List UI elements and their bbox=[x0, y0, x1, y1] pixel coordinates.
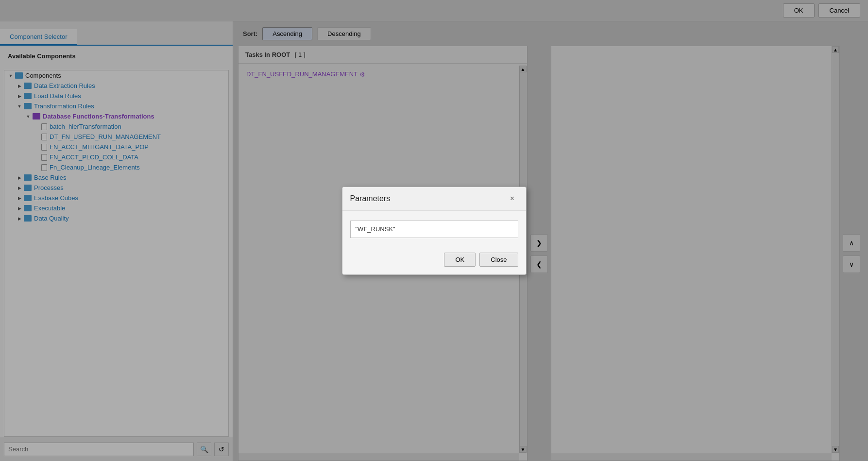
modal-close-button[interactable]: Close bbox=[479, 253, 518, 267]
modal-body bbox=[342, 211, 526, 248]
modal-footer: OK Close bbox=[342, 248, 526, 274]
modal-ok-button[interactable]: OK bbox=[444, 253, 476, 267]
parameters-input[interactable] bbox=[350, 221, 518, 238]
parameters-modal: Parameters × OK Close bbox=[342, 187, 527, 275]
modal-header: Parameters × bbox=[342, 187, 526, 211]
modal-overlay: Parameters × OK Close bbox=[0, 0, 868, 461]
modal-close-x-button[interactable]: × bbox=[507, 193, 518, 205]
modal-title: Parameters bbox=[350, 194, 391, 203]
